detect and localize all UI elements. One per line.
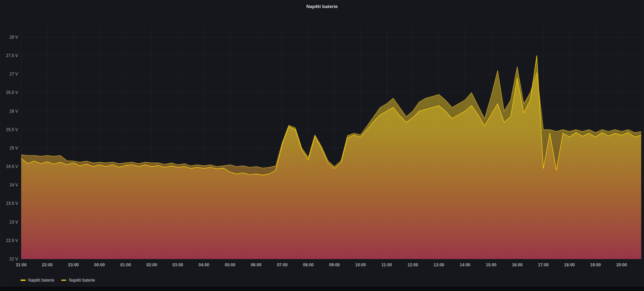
series-area-1 bbox=[21, 56, 641, 259]
svg-text:27 V: 27 V bbox=[9, 72, 18, 76]
svg-text:18:00: 18:00 bbox=[564, 262, 575, 267]
chart-legend: Napětí baterie Napětí baterie bbox=[20, 278, 95, 283]
panel-header: Napětí baterie bbox=[0, 0, 644, 12]
svg-text:15:00: 15:00 bbox=[486, 262, 496, 267]
series-color-swatch-icon bbox=[61, 280, 66, 281]
svg-text:16:00: 16:00 bbox=[512, 262, 522, 267]
series-color-swatch-icon bbox=[20, 280, 26, 281]
svg-text:28 V: 28 V bbox=[9, 35, 18, 40]
svg-text:01:00: 01:00 bbox=[120, 262, 131, 267]
svg-text:05:00: 05:00 bbox=[225, 262, 235, 267]
svg-text:19:00: 19:00 bbox=[590, 262, 601, 267]
svg-text:25 V: 25 V bbox=[9, 146, 18, 151]
chart-canvas[interactable]: 22 V22.5 V23 V23.5 V24 V24.5 V25 V25.5 V… bbox=[0, 12, 644, 277]
legend-item-label: Napětí baterie bbox=[69, 278, 95, 283]
svg-text:22:00: 22:00 bbox=[42, 262, 53, 267]
svg-text:25.5 V: 25.5 V bbox=[6, 127, 18, 132]
svg-text:13:00: 13:00 bbox=[434, 262, 444, 267]
legend-item[interactable]: Napětí baterie bbox=[61, 278, 95, 283]
svg-text:09:00: 09:00 bbox=[329, 262, 340, 267]
svg-text:20:00: 20:00 bbox=[616, 262, 627, 267]
legend-item-label: Napětí baterie bbox=[28, 278, 54, 283]
svg-text:08:00: 08:00 bbox=[303, 262, 314, 267]
svg-text:23.5 V: 23.5 V bbox=[6, 201, 18, 206]
svg-text:12:00: 12:00 bbox=[408, 262, 418, 267]
svg-text:22.5 V: 22.5 V bbox=[6, 238, 18, 243]
svg-text:23 V: 23 V bbox=[9, 220, 18, 225]
svg-text:27.5 V: 27.5 V bbox=[6, 53, 18, 58]
svg-text:24.5 V: 24.5 V bbox=[6, 164, 18, 169]
svg-text:10:00: 10:00 bbox=[355, 262, 366, 267]
svg-text:23:00: 23:00 bbox=[68, 262, 79, 267]
grafana-panel: Napětí baterie 22 V22.5 V23 V23.5 V24 V2… bbox=[0, 0, 644, 286]
svg-text:11:00: 11:00 bbox=[382, 262, 392, 267]
svg-text:07:00: 07:00 bbox=[277, 262, 288, 267]
svg-text:14:00: 14:00 bbox=[460, 262, 470, 267]
legend-item[interactable]: Napětí baterie bbox=[20, 278, 54, 283]
time-series-chart[interactable]: 22 V22.5 V23 V23.5 V24 V24.5 V25 V25.5 V… bbox=[0, 12, 644, 277]
svg-text:04:00: 04:00 bbox=[199, 262, 209, 267]
svg-text:06:00: 06:00 bbox=[251, 262, 261, 267]
svg-text:17:00: 17:00 bbox=[538, 262, 549, 267]
svg-text:02:00: 02:00 bbox=[147, 262, 157, 267]
svg-text:21:00: 21:00 bbox=[16, 262, 27, 267]
svg-text:03:00: 03:00 bbox=[173, 262, 183, 267]
svg-text:22 V: 22 V bbox=[9, 257, 18, 261]
svg-text:26.5 V: 26.5 V bbox=[6, 90, 18, 95]
panel-title[interactable]: Napětí baterie bbox=[306, 4, 338, 9]
svg-text:26 V: 26 V bbox=[9, 109, 18, 114]
svg-text:24 V: 24 V bbox=[9, 183, 18, 187]
svg-text:00:00: 00:00 bbox=[94, 262, 105, 267]
